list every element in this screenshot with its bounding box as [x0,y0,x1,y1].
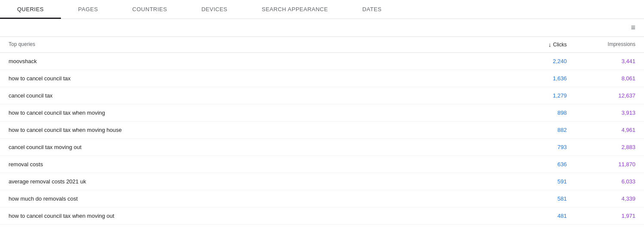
table-row[interactable]: how to cancel council tax when moving898… [0,104,644,122]
row-impressions: 11,870 [567,161,635,168]
row-query: how to cancel council tax when moving ou… [9,213,498,219]
row-clicks: 636 [498,161,567,168]
tab-pages[interactable]: PAGES [61,0,115,18]
table-row[interactable]: removal costs63611,870 [0,156,644,173]
table-row[interactable]: cancel council tax1,27912,637 [0,87,644,104]
row-clicks: 481 [498,213,567,219]
row-impressions: 8,061 [567,75,635,82]
table-header: Top queries ↓ Clicks Impressions [0,37,644,53]
row-impressions: 3,441 [567,58,635,64]
row-query: how to cancel council tax when moving [9,110,498,116]
row-impressions: 12,637 [567,92,635,99]
row-clicks: 591 [498,178,567,185]
table-body: moovshack2,2403,441how to cancel council… [0,53,644,225]
row-query: removal costs [9,161,498,168]
row-clicks: 898 [498,110,567,116]
row-impressions: 6,033 [567,178,635,185]
row-impressions: 2,883 [567,144,635,150]
tab-queries[interactable]: QUERIES [0,0,61,18]
table-row[interactable]: moovshack2,2403,441 [0,53,644,70]
row-impressions: 4,339 [567,195,635,202]
table-row[interactable]: cancel council tax moving out7932,883 [0,139,644,156]
row-impressions: 1,971 [567,213,635,219]
row-query: cancel council tax [9,92,498,99]
table-row[interactable]: how to cancel council tax1,6368,061 [0,70,644,87]
column-impressions-header[interactable]: Impressions [567,41,635,48]
filter-icon[interactable]: ≡ [631,23,635,32]
row-query: average removal costs 2021 uk [9,178,498,185]
row-clicks: 1,279 [498,92,567,99]
sort-arrow-icon: ↓ [548,41,551,48]
table-row[interactable]: how to cancel council tax when moving ou… [0,207,644,225]
row-clicks: 581 [498,195,567,202]
tab-search-appearance[interactable]: SEARCH APPEARANCE [245,0,345,18]
row-query: how to cancel council tax [9,75,498,82]
row-query: how much do removals cost [9,195,498,202]
row-query: moovshack [9,58,498,64]
table-row[interactable]: how to cancel council tax when moving ho… [0,122,644,139]
tab-bar: QUERIES PAGES COUNTRIES DEVICES SEARCH A… [0,0,644,19]
row-clicks: 793 [498,144,567,150]
tab-devices[interactable]: DEVICES [184,0,245,18]
tab-countries[interactable]: COUNTRIES [115,0,184,18]
tab-dates[interactable]: DATES [345,0,399,18]
clicks-label: Clicks [553,42,567,48]
table-row[interactable]: how much do removals cost5814,339 [0,190,644,207]
row-clicks: 2,240 [498,58,567,64]
row-query: how to cancel council tax when moving ho… [9,127,498,133]
filter-bar: ≡ [0,19,644,37]
row-impressions: 3,913 [567,110,635,116]
table-row[interactable]: average removal costs 2021 uk5916,033 [0,173,644,190]
queries-table: Top queries ↓ Clicks Impressions moovsha… [0,37,644,225]
column-clicks-header[interactable]: ↓ Clicks [498,41,567,48]
row-clicks: 882 [498,127,567,133]
column-query-header: Top queries [9,41,498,48]
row-clicks: 1,636 [498,75,567,82]
row-impressions: 4,961 [567,127,635,133]
row-query: cancel council tax moving out [9,144,498,150]
